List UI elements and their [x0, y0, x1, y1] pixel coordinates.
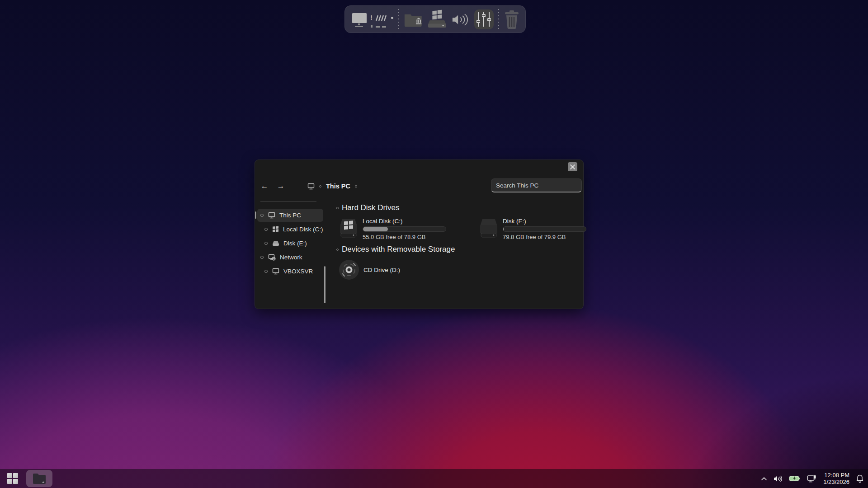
status-dot-icon — [391, 17, 393, 19]
drive-tile-disk-e[interactable]: Disk (E:) 79.8 GB free of 79.9 GB — [479, 218, 587, 240]
sidebar-scrollbar[interactable] — [324, 266, 326, 303]
breadcrumb-chevron — [355, 185, 357, 188]
monitor-icon — [268, 212, 275, 219]
navigation-toolbar: ← → This PC — [255, 177, 583, 195]
monitor-icon — [272, 268, 279, 275]
sidebar-item-label: Local Disk (C:) — [283, 226, 323, 233]
alert-icon: ! — [370, 14, 373, 21]
sidebar-item-network[interactable]: Network — [255, 250, 326, 264]
dock-separator — [398, 9, 399, 30]
expander-icon[interactable] — [264, 270, 268, 273]
display-icon — [351, 12, 369, 28]
taskbar-clock[interactable]: 12:08 PM 1/23/2026 — [823, 472, 849, 485]
navigation-pane: This PC Local Disk (C:) Disk — [255, 198, 326, 309]
group-header-removable-storage[interactable]: Devices with Removable Storage — [336, 245, 587, 254]
search-input[interactable] — [491, 178, 582, 192]
taskbar-left — [4, 470, 52, 487]
capacity-bar — [503, 226, 586, 232]
windows-logo-icon — [272, 226, 279, 233]
capacity-bar — [363, 226, 446, 232]
drive-name: Disk (E:) — [503, 218, 586, 225]
expander-icon[interactable] — [260, 256, 264, 259]
sidebar-item-this-pc[interactable]: This PC — [255, 208, 326, 222]
cd-disc-icon — [339, 259, 359, 280]
dock-tick — [376, 26, 380, 28]
drive-name: Local Disk (C:) — [363, 218, 446, 225]
clock-date: 1/23/2026 — [823, 479, 849, 485]
close-button[interactable] — [568, 162, 577, 171]
clock-time: 12:08 PM — [823, 472, 849, 479]
folder-icon — [33, 473, 46, 484]
drive-capacity-text: 55.0 GB free of 78.9 GB — [363, 234, 446, 240]
breadcrumb-chevron — [319, 185, 321, 188]
network-icon — [268, 254, 276, 261]
activity-hatch-icon — [374, 15, 388, 21]
dock-tick — [371, 25, 373, 28]
expander-icon[interactable] — [264, 242, 268, 245]
network-display-icon[interactable] — [807, 475, 816, 483]
start-button[interactable] — [4, 470, 22, 487]
breadcrumb-location[interactable]: This PC — [326, 183, 350, 190]
sidebar-item-label: This PC — [279, 212, 301, 219]
group-title: Hard Disk Drives — [342, 203, 400, 212]
breadcrumb[interactable]: This PC — [307, 183, 357, 190]
drive-icon — [479, 218, 499, 239]
hidden-icons-chevron[interactable] — [761, 477, 767, 480]
volume-icon[interactable] — [774, 475, 782, 482]
expander-icon[interactable] — [260, 214, 264, 217]
display-status-cluster[interactable]: ! — [350, 9, 393, 29]
window-body: This PC Local Disk (C:) Disk — [255, 198, 583, 309]
sidebar-item-disk-e[interactable]: Disk (E:) — [255, 236, 326, 250]
dock-separator — [498, 9, 499, 30]
monitor-icon — [307, 183, 315, 190]
group-header-hard-disk-drives[interactable]: Hard Disk Drives — [336, 203, 587, 212]
top-dock: ! — [344, 5, 526, 33]
system-drive-icon — [339, 218, 359, 239]
drive-capacity-text: 79.8 GB free of 79.9 GB — [503, 234, 586, 240]
sidebar-item-label: Network — [280, 254, 302, 261]
content-pane: Hard Disk Drives — [326, 198, 587, 309]
system-drive-icon[interactable] — [427, 9, 447, 29]
sidebar-item-local-disk-c[interactable]: Local Disk (C:) — [255, 222, 326, 236]
system-tray: 12:08 PM 1/23/2026 — [761, 472, 868, 485]
drive-info: Disk (E:) 79.8 GB free of 79.9 GB — [503, 218, 586, 240]
file-explorer-window: ← → This PC — [255, 160, 584, 309]
selection-pill — [255, 211, 256, 219]
collapse-icon — [336, 207, 339, 209]
group-title: Devices with Removable Storage — [342, 245, 455, 254]
drive-icon — [272, 240, 279, 247]
battery-charging-icon[interactable] — [789, 475, 800, 482]
drive-name: CD Drive (D:) — [363, 267, 400, 273]
trash-icon[interactable] — [504, 10, 520, 29]
collapse-icon — [336, 249, 339, 251]
desktop-wallpaper: ! — [0, 0, 868, 488]
close-icon — [570, 164, 575, 169]
windows-start-icon — [7, 473, 18, 484]
capacity-bar-fill — [363, 227, 388, 231]
folder-bank-icon[interactable] — [403, 12, 423, 27]
file-explorer-taskbar-button[interactable] — [26, 470, 52, 487]
capacity-bar-fill — [503, 227, 504, 231]
notifications-bell-icon[interactable] — [856, 474, 863, 483]
speaker-icon[interactable] — [452, 12, 470, 27]
expander-icon[interactable] — [264, 228, 268, 231]
forward-button[interactable]: → — [275, 182, 287, 191]
sidebar-item-label: VBOXSVR — [283, 268, 313, 275]
taskbar: 12:08 PM 1/23/2026 — [0, 469, 868, 488]
sidebar-divider — [260, 202, 316, 202]
dock-tick — [382, 26, 386, 28]
sidebar-item-vboxsvr[interactable]: VBOXSVR — [255, 264, 326, 278]
sidebar-item-label: Disk (E:) — [283, 240, 307, 247]
mixer-sliders-icon[interactable] — [474, 9, 494, 29]
drive-tile-local-disk-c[interactable]: Local Disk (C:) 55.0 GB free of 78.9 GB — [339, 218, 447, 240]
back-button[interactable]: ← — [259, 182, 270, 191]
drive-tile-cd-d[interactable]: CD Drive (D:) — [339, 259, 587, 280]
drive-tiles: Local Disk (C:) 55.0 GB free of 78.9 GB — [339, 218, 587, 240]
drive-info: Local Disk (C:) 55.0 GB free of 78.9 GB — [363, 218, 446, 240]
